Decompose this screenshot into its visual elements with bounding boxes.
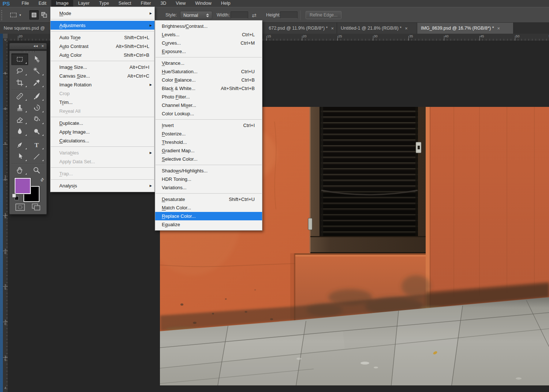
menu-item-analysis[interactable]: Analysis▶	[51, 181, 154, 190]
dodge-tool[interactable]	[28, 126, 45, 137]
menu-item-variations[interactable]: Variations...	[155, 183, 262, 192]
menu-item-levels[interactable]: Levels...Ctrl+L	[155, 30, 262, 39]
tab-close-icon[interactable]: ×	[331, 26, 334, 31]
tool-preset-picker[interactable]: ▾	[8, 10, 27, 20]
crop-tool[interactable]	[11, 77, 28, 89]
menu-item-image-rotation[interactable]: Image Rotation▶	[51, 80, 154, 89]
menubar-item-file[interactable]: File	[17, 0, 34, 7]
menubar-item-type[interactable]: Type	[94, 0, 114, 7]
blur-drop-icon	[16, 127, 24, 135]
width-input[interactable]	[231, 11, 248, 19]
menubar-item-3d[interactable]: 3D	[156, 0, 171, 7]
quick-mask-icon	[15, 204, 25, 211]
add-to-selection-button[interactable]	[40, 10, 49, 20]
menu-item-auto-tone[interactable]: Auto ToneShift+Ctrl+L	[51, 33, 154, 42]
menubar-item-view[interactable]: View	[171, 0, 190, 7]
menu-item-trim[interactable]: Trim...	[51, 98, 154, 107]
menu-item-label: Vibrance...	[162, 60, 184, 66]
quick-mask-button[interactable]	[14, 203, 26, 212]
menubar-item-layer[interactable]: Layer	[73, 0, 94, 7]
menu-item-exposure[interactable]: Exposure...	[155, 47, 262, 56]
rectangular-marquee-tool[interactable]	[11, 53, 28, 65]
menu-item-posterize[interactable]: Posterize...	[155, 130, 262, 138]
menu-item-shortcut: Shift+Ctrl+U	[219, 197, 255, 202]
menu-item-label: Variables	[59, 150, 79, 156]
new-selection-button[interactable]	[29, 10, 39, 20]
menu-item-replace-color[interactable]: Replace Color...	[155, 212, 262, 220]
move-tool[interactable]	[28, 53, 45, 65]
zoom-tool[interactable]	[28, 164, 45, 176]
menu-item-threshold[interactable]: Threshold...	[155, 138, 262, 146]
menu-item-brightness-contrast[interactable]: Brightness/Contrast...	[155, 22, 262, 30]
history-brush-tool[interactable]	[28, 102, 45, 114]
screen-mode-button[interactable]	[30, 203, 42, 212]
menubar-item-image[interactable]: Image	[51, 0, 74, 7]
menubar-item-help[interactable]: Help	[216, 0, 235, 7]
menu-item-channel-mixer[interactable]: Channel Mixer...	[155, 101, 262, 109]
close-panel-button[interactable]: ×	[41, 44, 44, 48]
menu-item-color-balance[interactable]: Color Balance...Ctrl+B	[155, 76, 262, 84]
paint-bucket-tool[interactable]	[28, 114, 45, 126]
clone-stamp-tool[interactable]	[11, 102, 28, 114]
eyedropper-tool[interactable]	[28, 77, 45, 89]
menu-item-apply-data-set: Apply Data Set...	[51, 157, 154, 166]
menu-item-hue-saturation[interactable]: Hue/Saturation...Ctrl+U	[155, 67, 262, 76]
menu-item-apply-image[interactable]: Apply Image...	[51, 127, 154, 136]
vertical-ruler[interactable]: 05051 01 52 02 53 03 54	[3, 39, 8, 392]
foreground-color-swatch[interactable]	[15, 178, 31, 194]
menu-item-image-size[interactable]: Image Size...Alt+Ctrl+I	[51, 63, 154, 71]
spot-healing-brush-tool[interactable]	[11, 90, 28, 102]
pen-tool[interactable]	[11, 139, 28, 151]
tools-panel-header[interactable]: ◀◀ ×	[9, 43, 47, 49]
menu-item-selective-color[interactable]: Selective Color...	[155, 155, 262, 163]
menubar-item-filter[interactable]: Filter	[136, 0, 156, 7]
menu-item-equalize[interactable]: Equalize	[155, 220, 262, 229]
lasso-tool[interactable]	[11, 65, 28, 77]
height-input[interactable]	[280, 11, 298, 19]
path-selection-tool[interactable]	[11, 151, 28, 163]
panel-grip-icon[interactable]	[22, 51, 34, 52]
menu-item-invert[interactable]: InvertCtrl+I	[155, 121, 262, 130]
menu-item-adjustments[interactable]: Adjustments▶	[51, 21, 154, 30]
magic-wand-tool[interactable]	[28, 65, 45, 77]
menu-item-gradient-map[interactable]: Gradient Map...	[155, 146, 262, 155]
refine-edge-button[interactable]: Refine Edge...	[306, 11, 341, 19]
menubar-item-select[interactable]: Select	[114, 0, 136, 7]
menu-item-auto-contrast[interactable]: Auto ContrastAlt+Shift+Ctrl+L	[51, 42, 154, 51]
menu-item-auto-color[interactable]: Auto ColorShift+Ctrl+B	[51, 51, 154, 59]
menu-item-label: Trap...	[59, 171, 73, 176]
menu-item-vibrance[interactable]: Vibrance...	[155, 59, 262, 67]
swap-colors-icon[interactable]: ⇄	[39, 176, 45, 183]
document-tab[interactable]: IMG_8639.psd @ 16.7% (RGB/8*) *×	[417, 23, 513, 34]
menu-item-calculations[interactable]: Calculations...	[51, 136, 154, 145]
type-tool[interactable]: T	[28, 139, 45, 151]
line-tool[interactable]	[28, 151, 45, 163]
menu-item-hdr-toning[interactable]: HDR Toning...	[155, 175, 262, 183]
menu-item-photo-filter[interactable]: Photo Filter...	[155, 93, 262, 101]
ruler-label: 2 0	[3, 249, 7, 254]
menu-item-label: Levels...	[162, 32, 179, 37]
collapse-panel-button[interactable]: ◀◀	[33, 45, 38, 48]
menu-item-shadows-highlights[interactable]: Shadows/Highlights...	[155, 167, 262, 175]
blur-tool[interactable]	[11, 126, 28, 137]
tab-close-icon[interactable]: ×	[405, 26, 408, 31]
menu-item-shortcut: Alt+Shift+Ctrl+B	[211, 86, 255, 91]
default-colors-icon[interactable]	[12, 194, 19, 200]
menu-item-color-lookup[interactable]: Color Lookup...	[155, 109, 262, 118]
tab-close-icon[interactable]: ×	[497, 26, 500, 31]
photoshop-logo: PS	[0, 0, 17, 7]
menu-item-black-white[interactable]: Black & White...Alt+Shift+Ctrl+B	[155, 84, 262, 93]
menubar-item-edit[interactable]: Edit	[34, 0, 51, 7]
menu-item-curves[interactable]: Curves...Ctrl+M	[155, 39, 262, 47]
menu-item-match-color[interactable]: Match Color...	[155, 204, 262, 212]
style-dropdown[interactable]: Normal	[180, 11, 212, 19]
hand-tool[interactable]	[11, 164, 28, 176]
eraser-tool[interactable]	[11, 114, 28, 126]
menu-item-desaturate[interactable]: DesaturateShift+Ctrl+U	[155, 195, 262, 204]
menu-item-canvas-size[interactable]: Canvas Size...Alt+Ctrl+C	[51, 71, 154, 80]
brush-tool[interactable]	[28, 90, 45, 102]
menubar-item-window[interactable]: Window	[190, 0, 216, 7]
menu-item-duplicate[interactable]: Duplicate...	[51, 119, 154, 127]
document-tab[interactable]: Untitled-1 @ 21.8% (RGB/8) *×	[337, 23, 417, 34]
menu-item-mode[interactable]: Mode▶	[51, 9, 154, 18]
